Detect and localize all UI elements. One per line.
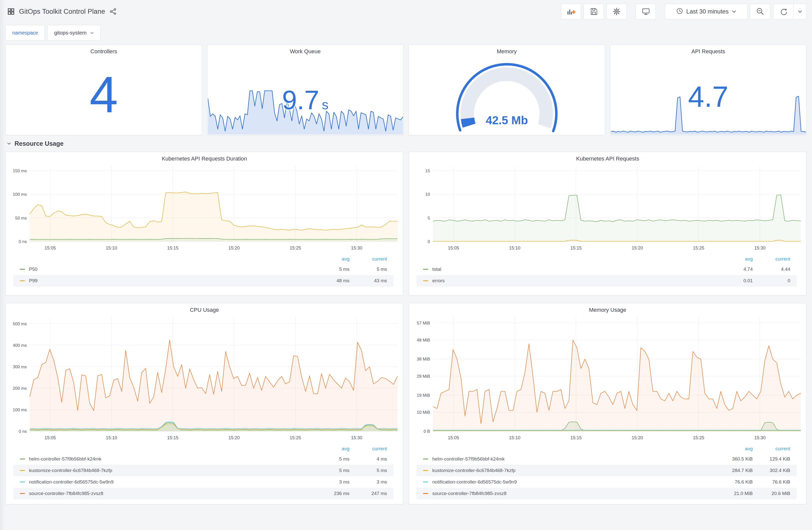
svg-text:400 ms: 400 ms <box>13 343 27 348</box>
series-current: 5 ms <box>349 266 387 272</box>
panel-title[interactable]: Memory <box>409 45 605 56</box>
svg-text:15:05: 15:05 <box>45 246 56 250</box>
save-dashboard-button[interactable] <box>584 4 604 19</box>
legend-sort-current[interactable]: current <box>753 256 790 262</box>
series-name[interactable]: P99 <box>29 278 312 283</box>
series-current: 43 ms <box>349 278 387 283</box>
svg-text:15:15: 15:15 <box>167 246 178 250</box>
legend-sort-avg[interactable]: avg <box>715 446 753 452</box>
series-name[interactable]: notification-controller-6d56575dc-5w9n9 <box>29 479 312 485</box>
panel-title[interactable]: Controllers <box>6 45 202 56</box>
stat-row: Controllers 4 Work Queue 9.7s Memory 42.… <box>5 44 807 135</box>
svg-text:15:25: 15:25 <box>290 435 301 440</box>
series-name[interactable]: source-controller-7fb84fc985-zvsz8 <box>29 491 312 496</box>
row-title: Resource Usage <box>15 140 63 147</box>
series-color-marker[interactable] <box>20 482 25 483</box>
k8s-api-duration-legend: avgcurrentP505 ms5 msP9948 ms43 ms <box>6 253 403 295</box>
chevron-down-icon <box>798 10 802 13</box>
svg-text:15:10: 15:10 <box>509 435 520 440</box>
svg-text:15:10: 15:10 <box>106 246 117 250</box>
legend-sort-avg[interactable]: avg <box>312 446 349 452</box>
series-name[interactable]: source-controller-7fb84fc985-zvsz8 <box>432 491 715 496</box>
series-color-marker[interactable] <box>423 269 428 270</box>
share-icon[interactable] <box>110 8 117 15</box>
legend-sort-current[interactable]: current <box>349 446 387 452</box>
series-avg: 21.0 MiB <box>715 491 753 496</box>
series-name[interactable]: helm-controller-57f9b56bbf-k24mk <box>29 456 312 462</box>
refresh-button[interactable] <box>773 4 794 19</box>
k8s-api-requests-plot[interactable]: 15:0515:1015:1515:2015:2515:30051015 <box>409 163 806 253</box>
panel-title[interactable]: API Requests <box>610 45 807 56</box>
panel-memory-usage: Memory Usage 15:0515:1015:1515:2015:2515… <box>409 303 807 504</box>
svg-text:15:30: 15:30 <box>754 435 766 440</box>
svg-text:0: 0 <box>428 239 430 244</box>
cpu-usage-plot[interactable]: 15:0515:1015:1515:2015:2515:300 ns100 ms… <box>6 315 403 443</box>
panel-api-requests: API Requests 4.7 <box>610 44 807 135</box>
series-avg: 5 ms <box>312 468 349 473</box>
series-color-marker[interactable] <box>423 482 428 483</box>
svg-text:15:15: 15:15 <box>167 435 178 440</box>
svg-text:0 ns: 0 ns <box>19 239 27 244</box>
series-color-marker[interactable] <box>423 458 428 459</box>
panel-title[interactable]: Work Queue <box>207 45 404 56</box>
series-color-marker[interactable] <box>20 493 25 494</box>
panel-title[interactable]: Kubernetes API Requests <box>409 152 806 163</box>
svg-text:42.5 Mb: 42.5 Mb <box>486 114 528 127</box>
legend-sort-current[interactable]: current <box>349 256 387 262</box>
series-avg: 48 ms <box>312 278 349 283</box>
series-current: 20.6 MiB <box>753 491 790 496</box>
k8s-api-duration-plot[interactable]: 15:0515:1015:1515:2015:2515:300 ns50 ms1… <box>6 163 403 253</box>
dashboard-grid-icon[interactable] <box>8 8 15 15</box>
time-range-picker[interactable]: Last 30 minutes <box>665 4 748 19</box>
api-requests-value: 4.7 <box>610 80 807 114</box>
svg-text:15:30: 15:30 <box>351 246 362 250</box>
legend-sort-current[interactable]: current <box>753 446 790 452</box>
series-name[interactable]: errors <box>432 278 715 283</box>
cycle-view-button[interactable] <box>636 4 656 19</box>
variable-value-namespace[interactable]: gitops-system <box>47 25 101 41</box>
panel-title[interactable]: Memory Usage <box>409 303 806 315</box>
memory-usage-plot[interactable]: 15:0515:1015:1515:2015:2515:300 B10 MiB1… <box>409 315 806 443</box>
series-name[interactable]: kustomize-controller-6c6784b468-7kzfp <box>432 468 715 473</box>
series-color-marker[interactable] <box>20 269 25 270</box>
panel-controllers: Controllers 4 <box>5 44 202 135</box>
series-color-marker[interactable] <box>20 280 25 281</box>
legend-sort-avg[interactable]: avg <box>715 256 753 262</box>
refresh-interval-dropdown[interactable] <box>794 4 807 19</box>
svg-text:15:20: 15:20 <box>228 246 240 250</box>
legend-row: helm-controller-57f9b56bbf-k24mk5 ms4 ms <box>20 453 387 465</box>
panel-work-queue: Work Queue 9.7s <box>207 44 404 135</box>
svg-text:15:30: 15:30 <box>351 435 362 440</box>
series-name[interactable]: notification-controller-6d56575dc-5w9n9 <box>432 479 715 485</box>
legend-row: kustomize-controller-6c6784b468-7kzfp5 m… <box>13 465 393 476</box>
series-name[interactable]: total <box>432 266 715 272</box>
svg-text:15:20: 15:20 <box>228 435 240 440</box>
svg-text:15:15: 15:15 <box>570 435 582 440</box>
series-color-marker[interactable] <box>423 493 428 494</box>
zoom-out-button[interactable] <box>750 4 770 19</box>
dashboard-page: GitOps Toolkit Control Plane <box>0 0 812 530</box>
series-name[interactable]: kustomize-controller-6c6784b468-7kzfp <box>29 468 312 473</box>
row-resource-usage[interactable]: Resource Usage <box>5 135 807 152</box>
svg-text:15:25: 15:25 <box>693 246 704 250</box>
legend-sort-avg[interactable]: avg <box>312 256 349 262</box>
series-name[interactable]: helm-controller-57f9b56bbf-k24mk <box>432 456 715 462</box>
svg-text:10 MiB: 10 MiB <box>417 410 430 415</box>
series-color-marker[interactable] <box>20 470 25 471</box>
series-avg: 3 ms <box>312 479 349 485</box>
panel-title[interactable]: CPU Usage <box>6 303 403 315</box>
svg-text:15:20: 15:20 <box>632 435 643 440</box>
series-name[interactable]: P50 <box>29 266 312 272</box>
svg-text:15:15: 15:15 <box>570 246 582 250</box>
series-current: 129.4 KiB <box>753 456 790 462</box>
svg-text:15:05: 15:05 <box>448 435 459 440</box>
svg-text:15:05: 15:05 <box>448 246 459 250</box>
series-current: 302.4 KiB <box>753 468 790 473</box>
series-color-marker[interactable] <box>423 470 428 471</box>
series-color-marker[interactable] <box>423 280 428 281</box>
panel-title[interactable]: Kubernetes API Requests Duration <box>6 152 403 163</box>
series-color-marker[interactable] <box>20 458 25 459</box>
legend-row: source-controller-7fb84fc985-zvsz821.0 M… <box>417 488 797 499</box>
add-panel-button[interactable] <box>561 4 581 19</box>
dashboard-settings-button[interactable] <box>606 4 627 19</box>
